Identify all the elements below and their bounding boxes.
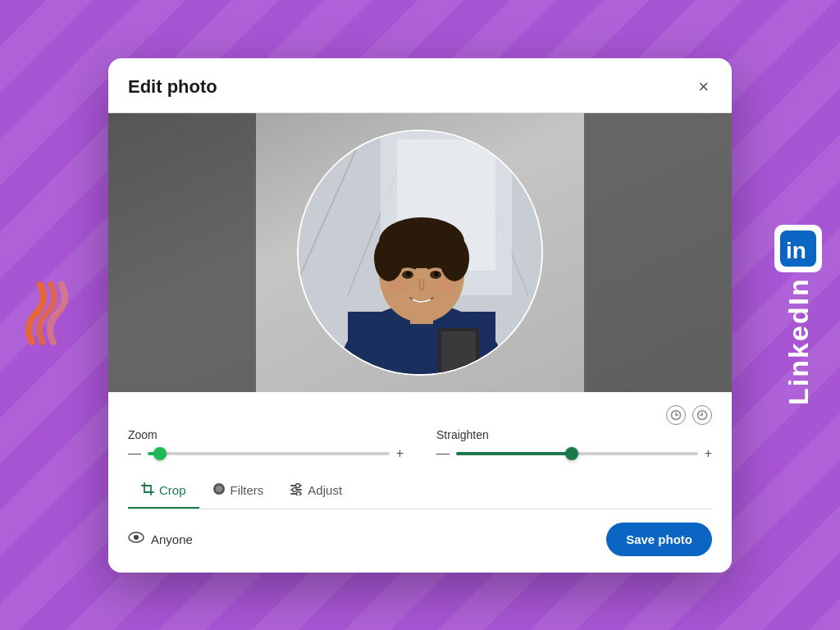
straighten-thumb[interactable] [565, 447, 578, 460]
zoom-track[interactable] [148, 452, 390, 455]
reset-icon-2[interactable] [692, 405, 712, 425]
tab-filters[interactable]: Filters [199, 474, 277, 509]
bottom-row: Anyone Save photo [128, 519, 712, 559]
zoom-label: Zoom [128, 428, 404, 441]
tab-crop-label: Crop [159, 483, 186, 497]
tab-crop[interactable]: Crop [128, 474, 199, 509]
straighten-label: Straighten [436, 428, 712, 441]
zoom-slider-group: Zoom — + [128, 428, 404, 461]
adjust-icon [290, 482, 303, 499]
linkedin-icon-box: in [774, 225, 822, 272]
straighten-slider-group: Straighten — + [436, 428, 712, 461]
edit-photo-modal: Edit photo × [108, 58, 732, 573]
straighten-minus: — [436, 446, 450, 461]
modal-title: Edit photo [128, 76, 217, 98]
svg-point-28 [296, 483, 300, 487]
svg-text:in: in [786, 238, 806, 263]
modal-header: Edit photo × [108, 58, 732, 113]
zoom-minus: — [128, 446, 141, 461]
linkedin-text: LinkedIn [783, 277, 815, 405]
straighten-track[interactable] [456, 452, 698, 455]
filters-icon [212, 482, 226, 499]
svg-point-13 [374, 235, 404, 281]
tabs-row: Crop Filters [128, 474, 712, 509]
reset-icon-1[interactable] [666, 405, 686, 425]
reset-icons-row [128, 405, 712, 425]
tab-adjust-label: Adjust [308, 483, 342, 497]
photo-editor-area [108, 113, 732, 392]
save-photo-button[interactable]: Save photo [606, 523, 712, 556]
tab-filters-label: Filters [231, 483, 264, 497]
straighten-plus: + [705, 446, 712, 461]
svg-point-17 [406, 272, 411, 276]
controls-area: Zoom — + Straighten — [108, 392, 732, 573]
linkedin-branding: in LinkedIn [774, 225, 822, 405]
svg-point-20 [435, 281, 454, 294]
svg-point-18 [434, 272, 439, 276]
close-button[interactable]: × [695, 75, 712, 99]
svg-point-30 [293, 487, 297, 491]
zoom-plus: + [396, 446, 404, 461]
svg-point-14 [439, 238, 462, 258]
left-overlay [108, 113, 256, 392]
crop-icon [141, 482, 154, 499]
sliders-row: Zoom — + Straighten — [128, 428, 712, 461]
svg-point-34 [134, 535, 139, 540]
visibility-label: Anyone [151, 532, 193, 546]
zoom-thumb[interactable] [153, 447, 167, 460]
circle-crop-preview[interactable] [297, 130, 543, 376]
svg-point-26 [216, 486, 222, 492]
svg-point-19 [389, 281, 409, 294]
straighten-fill [456, 452, 572, 455]
visibility-group: Anyone [128, 531, 193, 548]
wave-logo [20, 276, 69, 354]
eye-icon [128, 531, 144, 548]
svg-point-32 [297, 491, 301, 495]
right-overlay [584, 113, 732, 392]
tab-adjust[interactable]: Adjust [276, 474, 355, 509]
